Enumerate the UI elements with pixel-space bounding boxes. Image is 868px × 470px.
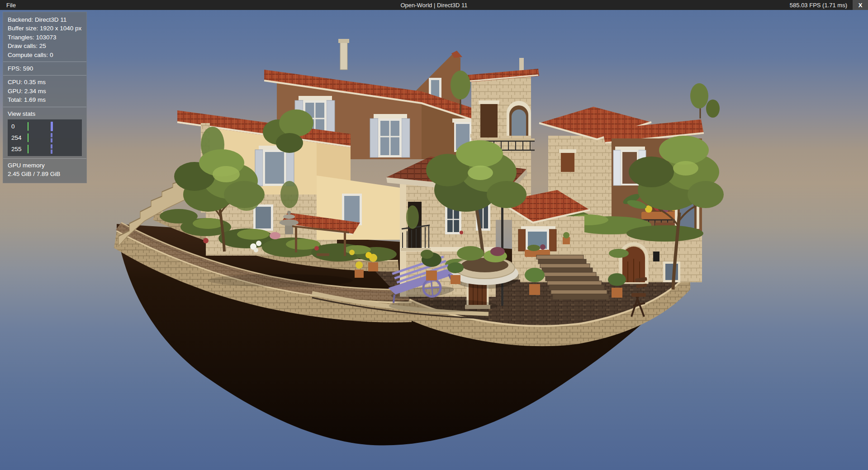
- view-row-label: 255: [11, 146, 22, 152]
- fps-readout: 585.03 FPS (1.71 ms): [790, 2, 853, 9]
- purple-bar-marker: [51, 144, 52, 154]
- window-title: Open-World | Direct3D 11: [0, 2, 868, 9]
- divider: [3, 62, 86, 62]
- divider: [3, 158, 86, 159]
- gpu-memory-label: GPU memory: [3, 161, 86, 170]
- green-tick-marker: [28, 145, 28, 153]
- view-stats-row: 254: [8, 132, 82, 143]
- stat-gpu: GPU: 2.34 ms: [3, 87, 86, 95]
- close-button[interactable]: X: [853, 0, 868, 10]
- purple-bar-marker: [51, 122, 53, 131]
- stat-cpu: CPU: 0.35 ms: [3, 78, 86, 86]
- stat-compute-calls: Compute calls: 0: [3, 51, 86, 59]
- window: [370, 114, 410, 157]
- divider: [3, 107, 86, 107]
- view-stats-row: 0: [8, 121, 82, 132]
- view-row-label: 254: [11, 134, 22, 141]
- gpu-memory-value: 2.45 GiB / 7.89 GiB: [3, 170, 86, 178]
- stat-total: Total: 1.69 ms: [3, 95, 86, 104]
- view-stats-label: View stats: [3, 109, 86, 118]
- view-row-label: 0: [11, 123, 15, 130]
- shadow: [389, 299, 498, 312]
- titlebar: File Open-World | Direct3D 11 585.03 FPS…: [0, 0, 868, 10]
- stat-fps: FPS: 590: [3, 64, 86, 73]
- stat-draw-calls: Draw calls: 25: [3, 42, 86, 50]
- stat-buffer-size: Buffer size: 1920 x 1040 px: [3, 24, 86, 33]
- green-tick-marker: [28, 133, 28, 142]
- stat-triangles: Triangles: 103073: [3, 33, 86, 42]
- shadow: [208, 274, 353, 287]
- purple-bar-marker: [51, 133, 52, 142]
- stat-backend: Backend: Direct3D 11: [3, 15, 86, 24]
- view-stats-histogram: 0 254 255: [8, 119, 82, 156]
- village-scene: [0, 0, 868, 470]
- render-viewport[interactable]: [0, 0, 868, 470]
- file-menu[interactable]: File: [0, 0, 22, 10]
- view-stats-row: 255: [8, 143, 82, 155]
- divider: [3, 75, 86, 76]
- stats-panel: Backend: Direct3D 11 Buffer size: 1920 x…: [3, 12, 87, 183]
- green-tick-marker: [28, 122, 28, 131]
